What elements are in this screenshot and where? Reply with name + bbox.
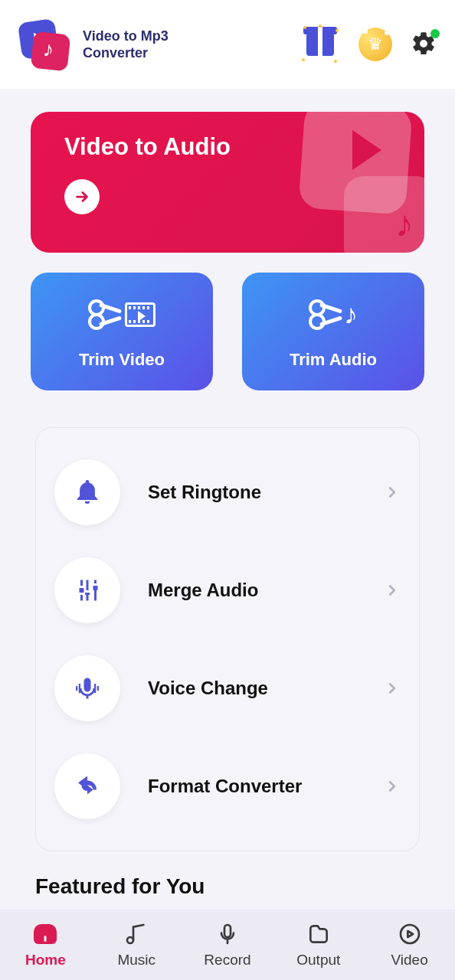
sliders-icon [54,557,120,623]
nav-video[interactable]: Video [364,910,455,980]
features-panel: Set Ringtone Merge Audio Voice Change Fo… [35,427,420,851]
crown-icon[interactable] [358,28,392,61]
voice-change-label: Voice Change [148,678,356,699]
nav-music-label: Music [117,952,155,969]
video-to-audio-card[interactable]: Video to Audio ♪ [31,112,424,253]
bottom-nav: Home Music Record Output Video [0,910,455,980]
chevron-right-icon [384,484,401,501]
app-title: Video to Mp3 Converter [83,28,169,62]
music-icon [123,921,149,947]
logo-icon [17,18,70,71]
chevron-right-icon [384,582,401,599]
merge-audio-row[interactable]: Merge Audio [54,541,401,639]
hero-art: ♪ [286,112,424,253]
trim-video-icon [88,293,155,336]
nav-output[interactable]: Output [273,910,364,980]
format-converter-row[interactable]: Format Converter [54,737,401,835]
featured-section-title: Featured for You [35,874,420,899]
chevron-right-icon [384,778,401,795]
voice-change-row[interactable]: Voice Change [54,639,401,737]
home-icon [32,921,58,947]
format-converter-label: Format Converter [148,776,356,797]
output-icon [306,921,332,947]
app-logo: Video to Mp3 Converter [17,18,169,71]
main-content: Video to Audio ♪ Trim Video ♪ Trim Audio… [0,89,455,910]
svg-point-2 [401,925,419,943]
merge-audio-label: Merge Audio [148,580,356,601]
record-icon [214,921,241,947]
notification-dot [430,29,440,38]
nav-music[interactable]: Music [91,910,182,980]
gift-icon[interactable] [300,24,340,64]
microphone-icon [54,655,120,721]
header-actions [300,24,438,64]
nav-record[interactable]: Record [182,910,273,980]
trim-row: Trim Video ♪ Trim Audio [0,253,455,390]
svg-point-0 [127,937,133,943]
trim-audio-card[interactable]: ♪ Trim Audio [242,273,424,390]
trim-video-card[interactable]: Trim Video [31,273,213,390]
settings-icon[interactable] [411,31,438,58]
nav-home-label: Home [25,952,66,969]
trim-audio-icon: ♪ [309,293,358,336]
set-ringtone-label: Set Ringtone [148,482,356,503]
bell-icon [54,459,120,525]
nav-record-label: Record [204,952,250,969]
svg-rect-1 [224,925,231,937]
converter-icon [54,753,120,819]
nav-output-label: Output [296,952,340,969]
arrow-right-icon [64,179,100,214]
set-ringtone-row[interactable]: Set Ringtone [54,443,401,541]
trim-video-label: Trim Video [79,350,165,370]
chevron-right-icon [384,680,401,697]
nav-video-label: Video [391,952,427,969]
app-header: Video to Mp3 Converter [0,0,455,89]
nav-home[interactable]: Home [0,910,91,980]
video-icon [397,921,423,947]
trim-audio-label: Trim Audio [290,350,377,370]
